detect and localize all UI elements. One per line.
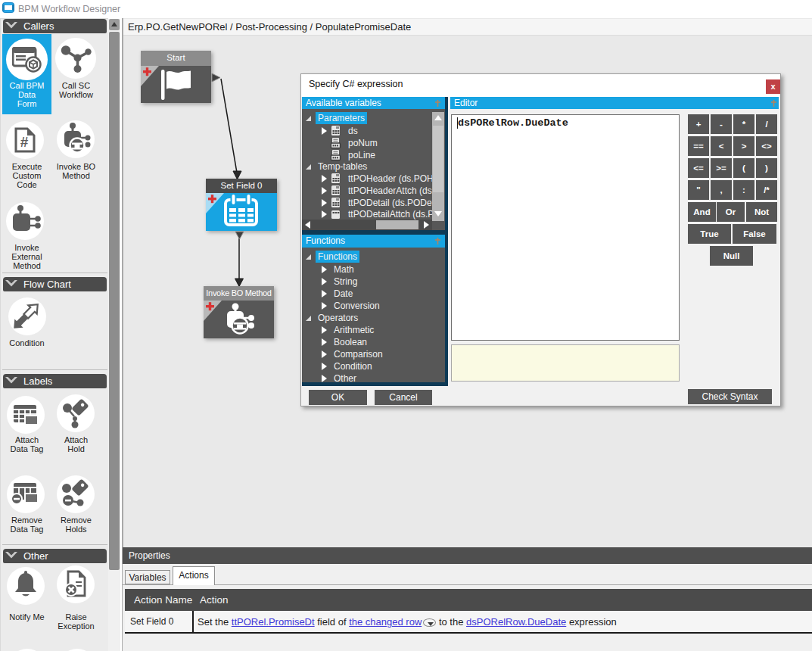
svg-text:#: # [20,134,29,150]
